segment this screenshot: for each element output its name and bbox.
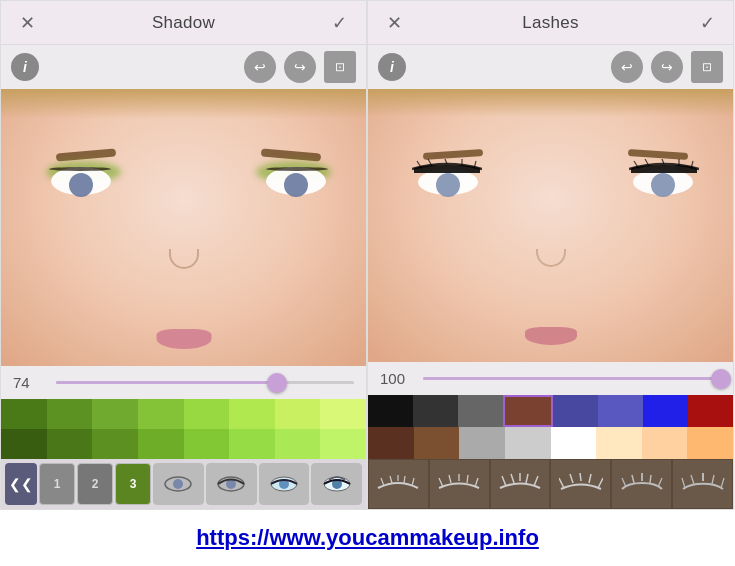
website-link[interactable]: https://www.youcammakeup.info xyxy=(196,525,539,551)
shadow-undo-button[interactable]: ↩ xyxy=(244,51,276,83)
svg-line-31 xyxy=(526,474,528,483)
svg-line-37 xyxy=(598,478,603,488)
footer: https://www.youcammakeup.info xyxy=(0,510,735,566)
lashes-color-row-1 xyxy=(368,395,733,427)
svg-line-33 xyxy=(559,478,564,488)
svg-line-46 xyxy=(712,475,714,484)
lashes-info-button[interactable]: i xyxy=(378,53,406,81)
shadow-info-button[interactable]: i xyxy=(11,53,39,81)
lash-color-black[interactable] xyxy=(368,395,413,427)
shadow-header: ✕ Shadow ✓ xyxy=(1,1,366,45)
color-swatch[interactable] xyxy=(184,429,230,459)
shadow-close-button[interactable]: ✕ xyxy=(13,9,41,37)
svg-line-38 xyxy=(622,478,626,487)
shadow-chevron-button[interactable]: ❮❮ xyxy=(5,463,37,505)
lashes-redo-button[interactable]: ↪ xyxy=(651,51,683,83)
lash-color-blue[interactable] xyxy=(598,395,643,427)
color-swatch[interactable] xyxy=(229,429,275,459)
lash-color-darkbrown[interactable] xyxy=(368,427,414,459)
color-swatch[interactable] xyxy=(92,429,138,459)
lash-style-4[interactable] xyxy=(550,459,611,509)
lashes-compare-button[interactable]: ⊡ xyxy=(691,51,723,83)
lash-color-white[interactable] xyxy=(551,427,597,459)
svg-line-47 xyxy=(721,478,724,488)
shadow-slider-area: 74 xyxy=(1,366,366,399)
shadow-confirm-button[interactable]: ✓ xyxy=(326,9,354,37)
lashes-slider-track[interactable] xyxy=(423,377,721,380)
svg-line-19 xyxy=(390,476,392,483)
shadow-tool-2[interactable]: 2 xyxy=(77,463,113,505)
color-swatch[interactable] xyxy=(229,399,275,429)
svg-line-29 xyxy=(511,474,514,483)
shadow-compare-button[interactable]: ⊡ xyxy=(324,51,356,83)
lash-color-mediumbrown[interactable] xyxy=(414,427,460,459)
lashes-header: ✕ Lashes ✓ xyxy=(368,1,733,45)
svg-line-23 xyxy=(439,478,443,487)
svg-line-24 xyxy=(449,475,451,483)
color-swatch[interactable] xyxy=(320,399,366,429)
lash-color-gold[interactable] xyxy=(687,427,733,459)
lashes-close-button[interactable]: ✕ xyxy=(380,9,408,37)
color-swatch[interactable] xyxy=(138,429,184,459)
lash-color-cream[interactable] xyxy=(596,427,642,459)
shadow-slider-track[interactable] xyxy=(56,381,354,384)
lashes-confirm-button[interactable]: ✓ xyxy=(693,9,721,37)
lash-color-lightgray[interactable] xyxy=(505,427,551,459)
color-swatch[interactable] xyxy=(320,429,366,459)
svg-line-42 xyxy=(658,478,662,487)
svg-line-26 xyxy=(467,475,468,483)
svg-line-21 xyxy=(404,476,405,483)
lashes-title: Lashes xyxy=(522,13,579,33)
lashes-style-row xyxy=(368,459,733,509)
shadow-color-palette xyxy=(1,399,366,459)
lashes-undo-button[interactable]: ↩ xyxy=(611,51,643,83)
color-swatch[interactable] xyxy=(275,399,321,429)
color-swatch[interactable] xyxy=(1,429,47,459)
lash-color-brown[interactable] xyxy=(503,395,552,427)
shadow-tool-1[interactable]: 1 xyxy=(39,463,75,505)
shadow-face-preview xyxy=(1,89,366,366)
shadow-slider-value: 74 xyxy=(13,374,48,391)
color-swatch[interactable] xyxy=(92,399,138,429)
svg-line-27 xyxy=(475,478,478,487)
shadow-eye-style-2[interactable] xyxy=(206,463,257,505)
lash-color-brightblue[interactable] xyxy=(643,395,688,427)
lashes-slider-area: 100 xyxy=(368,362,733,395)
shadow-panel: ✕ Shadow ✓ i ↩ ↪ ⊡ xyxy=(0,0,367,510)
lashes-slider-value: 100 xyxy=(380,370,415,387)
color-swatch[interactable] xyxy=(1,399,47,429)
lashes-panel: ✕ Lashes ✓ i ↩ ↪ ⊡ xyxy=(367,0,734,510)
color-swatch[interactable] xyxy=(184,399,230,429)
lashes-face-preview xyxy=(368,89,733,362)
lash-color-silver[interactable] xyxy=(459,427,505,459)
lash-style-1[interactable] xyxy=(368,459,429,509)
color-swatch[interactable] xyxy=(275,429,321,459)
color-swatch[interactable] xyxy=(47,399,93,429)
lash-color-darkgray[interactable] xyxy=(413,395,458,427)
lash-style-2[interactable] xyxy=(429,459,490,509)
color-swatch[interactable] xyxy=(138,399,184,429)
shadow-eye-style-4[interactable] xyxy=(311,463,362,505)
svg-line-44 xyxy=(691,475,694,484)
lashes-color-row-2 xyxy=(368,427,733,459)
lash-style-6[interactable] xyxy=(672,459,733,509)
lash-style-3[interactable] xyxy=(490,459,551,509)
svg-line-28 xyxy=(502,476,506,486)
svg-line-32 xyxy=(534,476,538,486)
shadow-tools-row: ❮❮ 1 2 3 xyxy=(1,459,366,509)
svg-line-39 xyxy=(632,475,634,483)
lash-color-gray[interactable] xyxy=(458,395,503,427)
svg-line-34 xyxy=(570,474,573,483)
shadow-tool-3[interactable]: 3 xyxy=(115,463,151,505)
shadow-eye-style-3[interactable] xyxy=(259,463,310,505)
svg-line-43 xyxy=(682,478,685,488)
color-swatch[interactable] xyxy=(47,429,93,459)
svg-line-18 xyxy=(381,478,384,486)
lash-color-red[interactable] xyxy=(688,395,733,427)
shadow-redo-button[interactable]: ↪ xyxy=(284,51,316,83)
svg-line-35 xyxy=(580,473,581,481)
shadow-eye-style-1[interactable] xyxy=(153,463,204,505)
lash-color-peach[interactable] xyxy=(642,427,688,459)
lash-style-5[interactable] xyxy=(611,459,672,509)
lash-color-darkblue[interactable] xyxy=(553,395,598,427)
